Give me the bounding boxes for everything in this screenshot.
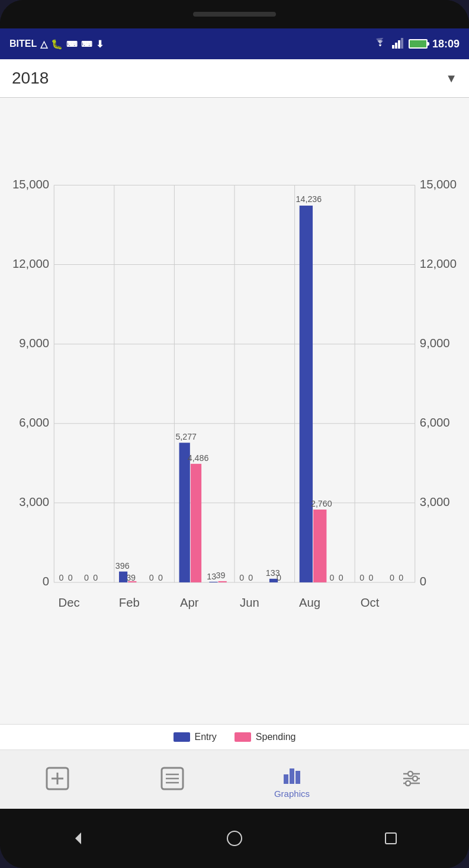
svg-text:39: 39 [126, 573, 136, 582]
battery-icon [409, 39, 428, 49]
svg-text:0: 0 [277, 573, 281, 582]
svg-text:0: 0 [359, 573, 364, 582]
svg-text:9,000: 9,000 [19, 337, 49, 350]
svg-text:Jun: Jun [240, 596, 259, 609]
keyboard-icon: ⌨ [66, 40, 78, 49]
sliders-icon [399, 765, 425, 792]
svg-rect-67 [300, 206, 313, 582]
svg-text:13: 13 [207, 572, 216, 581]
warning-icon: △ [40, 39, 47, 50]
svg-text:0: 0 [158, 573, 163, 582]
svg-text:6,000: 6,000 [19, 416, 49, 429]
bar-chart: 0 3,000 6,000 9,000 12,000 15,000 0 3,00… [6, 110, 463, 718]
svg-rect-101 [386, 833, 396, 844]
nav-item-settings[interactable] [399, 765, 425, 794]
svg-text:3,000: 3,000 [420, 495, 450, 508]
svg-text:0: 0 [149, 573, 154, 582]
phone-frame: BITEL △ 🐛 ⌨ ⌨ ⬇ [0, 0, 469, 868]
keyboard2-icon: ⌨ [81, 40, 92, 49]
svg-text:0: 0 [329, 573, 334, 582]
svg-text:6,000: 6,000 [420, 416, 450, 429]
svg-text:39: 39 [216, 571, 226, 580]
svg-text:3,000: 3,000 [19, 495, 49, 508]
status-bar: BITEL △ 🐛 ⌨ ⌨ ⬇ [0, 28, 469, 59]
time-display: 18:09 [432, 38, 460, 50]
chart-container: 0 3,000 6,000 9,000 12,000 15,000 0 3,00… [0, 98, 469, 724]
svg-rect-51 [179, 443, 190, 582]
svg-text:15,000: 15,000 [420, 178, 457, 191]
svg-text:0: 0 [369, 573, 374, 582]
svg-text:Feb: Feb [119, 596, 140, 609]
svg-text:0: 0 [399, 573, 403, 582]
svg-text:Apr: Apr [180, 596, 199, 609]
svg-point-100 [227, 831, 242, 845]
wifi-icon [373, 38, 387, 50]
svg-rect-0 [392, 45, 394, 49]
svg-rect-55 [209, 582, 217, 582]
svg-text:Dec: Dec [59, 596, 80, 609]
download-icon: ⬇ [96, 39, 104, 50]
dropdown-arrow-icon: ▼ [445, 72, 457, 85]
svg-point-96 [413, 776, 417, 781]
legend-entry: Entry [174, 732, 217, 742]
svg-text:0: 0 [248, 573, 253, 582]
nav-item-list[interactable] [159, 765, 185, 794]
svg-text:0: 0 [93, 573, 98, 582]
nav-item-add[interactable] [44, 765, 70, 794]
bottom-nav: Graphics [0, 750, 469, 809]
svg-text:15,000: 15,000 [12, 178, 49, 191]
chart-legend: Entry Spending [0, 724, 469, 750]
svg-text:Oct: Oct [361, 596, 380, 609]
status-left: BITEL △ 🐛 ⌨ ⌨ ⬇ [9, 39, 104, 50]
phone-top-bar [0, 0, 469, 28]
svg-text:0: 0 [420, 575, 426, 588]
svg-text:0: 0 [59, 573, 63, 582]
signal-icon [392, 38, 404, 50]
svg-text:5,277: 5,277 [175, 432, 197, 441]
svg-text:0: 0 [339, 573, 343, 582]
year-value: 2018 [12, 69, 49, 88]
svg-rect-92 [295, 771, 300, 784]
svg-rect-1 [395, 43, 397, 49]
app-content: 2018 ▼ 0 [0, 59, 469, 809]
recent-apps-button[interactable] [376, 824, 406, 853]
bug-icon: 🐛 [51, 39, 63, 50]
home-button[interactable] [220, 824, 249, 853]
plus-icon [44, 765, 70, 792]
svg-text:12,000: 12,000 [12, 257, 49, 270]
svg-rect-68 [313, 510, 326, 582]
svg-point-98 [406, 781, 410, 786]
svg-marker-99 [75, 832, 81, 844]
svg-text:9,000: 9,000 [420, 337, 450, 350]
svg-rect-2 [398, 40, 400, 49]
list-icon [159, 765, 185, 792]
svg-text:0: 0 [68, 573, 73, 582]
bar-chart-icon [279, 760, 305, 786]
svg-rect-90 [284, 774, 288, 784]
svg-text:0: 0 [84, 573, 89, 582]
svg-text:Aug: Aug [299, 596, 320, 609]
svg-rect-56 [219, 581, 227, 582]
status-right: 18:09 [373, 38, 460, 50]
nav-item-graphics[interactable]: Graphics [274, 760, 310, 799]
graphics-label: Graphics [274, 789, 310, 799]
svg-rect-3 [401, 38, 403, 49]
svg-text:12,000: 12,000 [420, 257, 457, 270]
back-button[interactable] [63, 824, 93, 853]
svg-text:396: 396 [115, 561, 130, 571]
svg-rect-52 [191, 464, 201, 582]
svg-text:0: 0 [390, 573, 394, 582]
svg-text:0: 0 [43, 575, 49, 588]
entry-label: Entry [195, 732, 217, 742]
year-selector[interactable]: 2018 ▼ [0, 59, 469, 98]
svg-text:4,486: 4,486 [188, 453, 209, 463]
svg-text:14,236: 14,236 [296, 194, 322, 204]
carrier-text: BITEL [9, 39, 37, 49]
svg-text:0: 0 [239, 573, 244, 582]
svg-text:2,760: 2,760 [311, 499, 332, 508]
entry-color-swatch [174, 732, 190, 742]
system-nav [0, 809, 469, 868]
svg-rect-91 [290, 768, 294, 784]
legend-spending: Spending [234, 732, 296, 742]
phone-speaker [193, 12, 276, 17]
